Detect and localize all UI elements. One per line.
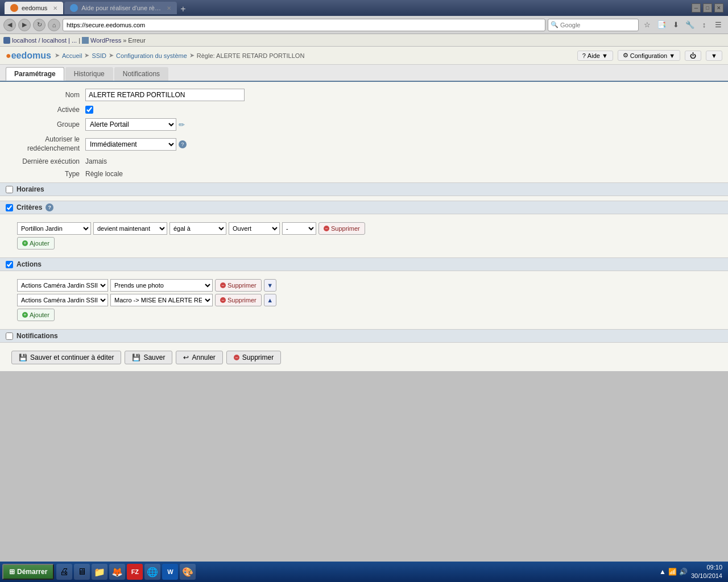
action-minus-1-icon: − <box>220 282 226 288</box>
tab1-close-icon[interactable]: ✕ <box>53 5 57 11</box>
aide-button[interactable]: ? Aide ▼ <box>577 51 613 61</box>
home-button[interactable]: ⌂ <box>48 19 60 31</box>
nav-config[interactable]: Configuration du système <box>116 52 187 59</box>
groupe-edit-icon[interactable]: ✏ <box>179 120 185 129</box>
taskbar-network-icon[interactable]: 🖥 <box>74 564 90 580</box>
refresh-button[interactable]: ↻ <box>33 19 46 31</box>
groupe-select[interactable]: Alerte Portail <box>85 118 176 131</box>
bookmark-manager-icon[interactable]: 📑 <box>655 19 668 31</box>
activee-checkbox[interactable] <box>85 106 93 114</box>
criteria-operator-select[interactable]: égal à <box>169 222 226 235</box>
start-button[interactable]: ⊞ Démarrer <box>2 564 54 580</box>
taskbar: ⊞ Démarrer 🖨 🖥 📁 🦊 FZ 🌐 W 🎨 ▲ 📶 🔊 09:10 … <box>0 562 728 582</box>
taskbar-filezilla-icon[interactable]: FZ <box>127 564 143 580</box>
forward-button[interactable]: ▶ <box>18 19 31 31</box>
tab-aide[interactable]: Aide pour réaliser d'une règle ... ✕ <box>64 2 177 14</box>
minimize-button[interactable]: ─ <box>692 3 701 13</box>
taskbar-printer-icon[interactable]: 🖨 <box>56 564 72 580</box>
action-delete-1-button[interactable]: − Supprimer <box>215 279 262 292</box>
save-continue-button[interactable]: 💾 Sauver et continuer à éditer <box>11 351 121 364</box>
tab2-close-icon[interactable]: ✕ <box>167 5 171 11</box>
type-label: Type <box>11 170 85 178</box>
tab-eedomus[interactable]: eedomus ✕ <box>5 2 63 14</box>
address-input[interactable] <box>63 19 545 31</box>
breadcrumb-localhost[interactable]: localhost / localhost | ... <box>12 37 77 44</box>
new-tab-button[interactable]: + <box>180 4 185 14</box>
tab-parametrage[interactable]: Paramétrage <box>6 67 64 81</box>
maximize-button[interactable]: □ <box>703 3 712 13</box>
criteria-value-select[interactable]: Ouvert <box>229 222 280 235</box>
nom-input[interactable] <box>85 89 245 101</box>
action-type-1-select[interactable]: Prends une photo <box>110 279 213 292</box>
criteria-add-button[interactable]: + Ajouter <box>17 237 55 250</box>
taskbar-paint-icon[interactable]: 🎨 <box>180 564 196 580</box>
tab-notifications[interactable]: Notifications <box>114 67 168 81</box>
bookmark-icon[interactable]: ☆ <box>641 19 653 31</box>
extensions-icon[interactable]: 🔧 <box>684 19 696 31</box>
search-box[interactable]: 🔍 <box>548 19 639 31</box>
criteria-device-select[interactable]: Portillon Jardin <box>17 222 91 235</box>
tray-network-icon[interactable]: 📶 <box>668 568 677 576</box>
criteria-condition-select[interactable]: devient maintenant <box>93 222 167 235</box>
criteres-checkbox[interactable] <box>6 204 13 211</box>
tab-historique[interactable]: Historique <box>65 67 113 81</box>
actions-checkbox[interactable] <box>6 261 13 268</box>
breadcrumb-wordpress[interactable]: WordPress <box>90 37 121 44</box>
horaires-checkbox[interactable] <box>6 186 13 193</box>
minus-icon: − <box>324 226 329 231</box>
taskbar-firefox-icon[interactable]: 🦊 <box>109 564 125 580</box>
notifications-checkbox[interactable] <box>6 332 13 340</box>
save-button[interactable]: 💾 Sauver <box>125 351 172 364</box>
autoriser-help-icon[interactable]: ? <box>179 140 187 148</box>
search-input[interactable] <box>560 22 628 28</box>
action-device-1-select[interactable]: Actions Caméra Jardin SSID <box>17 279 108 292</box>
configuration-button[interactable]: ⚙ Configuration ▼ <box>618 50 680 61</box>
close-button[interactable]: ✕ <box>714 3 723 13</box>
horaires-section: Horaires <box>0 182 728 196</box>
sync-icon[interactable]: ↕ <box>698 19 710 31</box>
taskbar-clock[interactable]: 09:10 30/10/2014 <box>691 563 722 581</box>
autoriser-label: Autoriser le redéclenchement <box>11 135 85 153</box>
breadcrumb-sep1: | <box>78 37 80 44</box>
tab-bar: eedomus ✕ Aide pour réaliser d'une règle… <box>5 2 689 14</box>
nom-row: Nom <box>11 89 717 101</box>
nav-accueil[interactable]: Accueil <box>62 52 82 59</box>
autoriser-select[interactable]: Immédiatement <box>85 138 176 151</box>
cancel-button[interactable]: ↩ Annuler <box>176 351 222 364</box>
criteria-delete-button[interactable]: − Supprimer <box>318 222 365 235</box>
action-device-2-select[interactable]: Actions Caméra Jardin SSID <box>17 294 108 306</box>
tab2-favicon <box>70 4 78 12</box>
derniere-value: Jamais <box>85 157 107 165</box>
power-button[interactable]: ⏻ <box>685 51 701 61</box>
criteria-container: Portillon Jardin devient maintenant égal… <box>11 219 717 253</box>
download-icon[interactable]: ⬇ <box>669 19 682 31</box>
taskbar-folder-icon[interactable]: 📁 <box>92 564 107 580</box>
taskbar-chrome-icon[interactable]: 🌐 <box>144 564 160 580</box>
criteres-section: Critères ? <box>0 201 728 214</box>
menu-icon[interactable]: ☰ <box>712 19 725 31</box>
taskbar-word-icon[interactable]: W <box>162 564 178 580</box>
action-add-button[interactable]: + Ajouter <box>17 309 55 321</box>
nav-arrow4: ➤ <box>189 52 195 59</box>
action-plus-icon: + <box>22 312 28 318</box>
groupe-row: Groupe Alerte Portail ✏ <box>11 118 717 131</box>
breadcrumb-favicon2 <box>82 37 89 44</box>
user-menu-button[interactable]: ▼ <box>706 51 722 61</box>
action-down-1-button[interactable]: ▼ <box>264 279 276 292</box>
tray-sound-icon[interactable]: 🔊 <box>679 568 688 576</box>
back-button[interactable]: ◀ <box>3 19 16 31</box>
nav-ssid[interactable]: SSID <box>92 52 106 59</box>
notifications-section: Notifications <box>0 329 728 343</box>
nav-arrow3: ➤ <box>109 52 114 59</box>
criteres-help-icon[interactable]: ? <box>46 203 53 211</box>
derniere-row: Dernière exécution Jamais <box>11 157 717 165</box>
tray-arrow-icon[interactable]: ▲ <box>659 568 666 576</box>
action-delete-2-button[interactable]: − Supprimer <box>215 294 262 306</box>
delete-button[interactable]: − Supprimer <box>226 351 281 364</box>
app-logo[interactable]: ●eedomus <box>6 51 51 61</box>
nav-current: Règle: ALERTE RETARD PORTILLON <box>197 52 305 59</box>
criteria-extra-select[interactable]: - <box>282 222 316 235</box>
cancel-icon: ↩ <box>183 354 189 361</box>
action-type-2-select[interactable]: Macro -> MISE EN ALERTE RETARD <box>110 294 213 306</box>
action-up-2-button[interactable]: ▲ <box>264 294 276 306</box>
